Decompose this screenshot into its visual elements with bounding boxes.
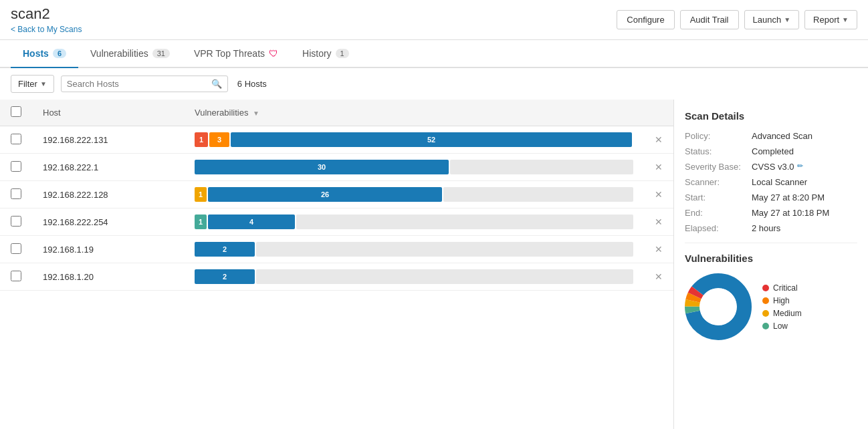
report-dropdown-arrow: ▼ [842, 16, 849, 23]
row-checkbox[interactable] [11, 161, 21, 172]
host-ip-cell: 192.168.222.1 [32, 154, 184, 181]
delete-row-button[interactable]: ✕ [655, 217, 663, 227]
tab-vpr-top-threats[interactable]: VPR Top Threats 🛡 [182, 40, 290, 68]
tabs-bar: Hosts 6 Vulnerabilities 31 VPR Top Threa… [0, 40, 868, 68]
back-to-scans-link[interactable]: Back to My Scans [11, 25, 82, 34]
launch-dropdown-arrow: ▼ [784, 16, 790, 23]
select-all-header [0, 100, 32, 126]
status-row: Status: Completed [685, 146, 857, 156]
vuln-bar-container: 30 [195, 159, 633, 175]
vuln-bar-cell: 14 [184, 208, 644, 236]
table-row: 192.168.222.128126✕ [0, 181, 673, 208]
host-ip-cell: 192.168.222.131 [32, 126, 184, 154]
row-checkbox[interactable] [11, 271, 21, 281]
search-box[interactable]: 🔍 [61, 76, 228, 92]
critical-bar: 1 [195, 132, 208, 147]
legend-medium: Medium [762, 309, 802, 318]
host-ip[interactable]: 192.168.1.20 [43, 272, 94, 282]
delete-row-button[interactable]: ✕ [655, 271, 663, 282]
policy-row: Policy: Advanced Scan [685, 131, 857, 141]
pie-chart-area: Critical High Medium Low [685, 273, 857, 340]
select-all-checkbox[interactable] [11, 106, 21, 117]
vuln-bar-cell: 30 [184, 154, 644, 181]
delete-row-button[interactable]: ✕ [655, 134, 663, 145]
hosts-table: Host Vulnerabilities ▼ 192.168.222.13113… [0, 100, 673, 291]
vuln-bar-container: 1352 [195, 132, 633, 148]
toolbar: Filter ▼ 🔍 6 Hosts [0, 68, 868, 100]
low-bar: 1 [195, 214, 207, 229]
row-checkbox-cell [0, 181, 32, 208]
row-checkbox[interactable] [11, 134, 21, 144]
configure-button[interactable]: Configure [617, 10, 674, 29]
scan-details-title: Scan Details [685, 110, 857, 122]
high-bar: 3 [209, 132, 229, 147]
delete-cell: ✕ [644, 126, 673, 154]
bar-empty [443, 187, 633, 202]
legend-high: High [762, 296, 802, 305]
header-right: Configure Audit Trail Launch ▼ Report ▼ [617, 10, 857, 29]
info-bar: 30 [195, 160, 449, 174]
vuln-bar-container: 2 [195, 241, 633, 257]
vulnerabilities-column-header[interactable]: Vulnerabilities ▼ [184, 100, 644, 126]
info-bar: 52 [231, 132, 632, 147]
critical-dot [762, 285, 769, 291]
delete-cell: ✕ [644, 236, 673, 263]
host-ip[interactable]: 192.168.222.254 [43, 217, 108, 227]
vuln-bar-container: 2 [195, 269, 633, 285]
row-checkbox[interactable] [11, 188, 21, 199]
donut-svg [685, 273, 752, 340]
host-ip[interactable]: 192.168.1.19 [43, 245, 94, 255]
tab-vulnerabilities[interactable]: Vulnerabilities 31 [78, 40, 182, 68]
medium-bar: 1 [195, 187, 207, 202]
delete-row-button[interactable]: ✕ [655, 244, 663, 255]
severity-edit-icon[interactable]: ✏ [797, 162, 803, 172]
audit-trail-button[interactable]: Audit Trail [680, 10, 739, 29]
row-checkbox[interactable] [11, 243, 21, 254]
info-bar: 2 [195, 269, 255, 284]
report-button[interactable]: Report ▼ [804, 10, 857, 29]
vuln-bar-container: 126 [195, 186, 633, 202]
host-ip-cell: 192.168.222.128 [32, 181, 184, 208]
legend-low: Low [762, 321, 802, 331]
side-panel: Scan Details Policy: Advanced Scan Statu… [674, 100, 868, 429]
row-checkbox[interactable] [11, 216, 21, 227]
vuln-bar-cell: 126 [184, 181, 644, 208]
filter-button[interactable]: Filter ▼ [11, 75, 54, 93]
elapsed-row: Elapsed: 2 hours [685, 223, 857, 233]
table-row: 192.168.1.202✕ [0, 263, 673, 291]
legend-critical: Critical [762, 283, 802, 293]
info-bar: 26 [208, 187, 442, 202]
vuln-bar-cell: 2 [184, 236, 644, 263]
delete-row-button[interactable]: ✕ [655, 189, 663, 200]
host-ip-cell: 192.168.222.254 [32, 208, 184, 236]
host-ip[interactable]: 192.168.222.1 [43, 162, 98, 172]
bar-empty [296, 214, 633, 229]
delete-cell: ✕ [644, 263, 673, 291]
search-input[interactable] [67, 79, 211, 89]
host-ip[interactable]: 192.168.222.128 [43, 190, 108, 200]
table-header-row: Host Vulnerabilities ▼ [0, 100, 673, 126]
delete-row-button[interactable]: ✕ [655, 162, 663, 172]
tab-hosts[interactable]: Hosts 6 [11, 40, 78, 68]
pie-legend: Critical High Medium Low [762, 283, 802, 331]
row-checkbox-cell [0, 236, 32, 263]
launch-button[interactable]: Launch ▼ [744, 10, 800, 29]
host-ip-cell: 192.168.1.19 [32, 236, 184, 263]
info-bar: 2 [195, 242, 255, 257]
severity-row: Severity Base: CVSS v3.0 ✏ [685, 162, 857, 172]
vuln-bar-container: 14 [195, 214, 633, 230]
tab-history[interactable]: History 1 [290, 40, 361, 68]
scan-title: scan2 [11, 5, 617, 23]
delete-cell: ✕ [644, 208, 673, 236]
delete-column-header [644, 100, 673, 126]
table-row: 192.168.222.1311352✕ [0, 126, 673, 154]
host-ip[interactable]: 192.168.222.131 [43, 135, 108, 145]
divider [685, 243, 857, 243]
host-ip-cell: 192.168.1.20 [32, 263, 184, 291]
high-dot [762, 297, 769, 304]
table-row: 192.168.222.130✕ [0, 154, 673, 181]
search-icon: 🔍 [211, 79, 222, 89]
vulnerabilities-section: Vulnerabilities [685, 253, 857, 340]
end-row: End: May 27 at 10:18 PM [685, 208, 857, 218]
table-row: 192.168.222.25414✕ [0, 208, 673, 236]
